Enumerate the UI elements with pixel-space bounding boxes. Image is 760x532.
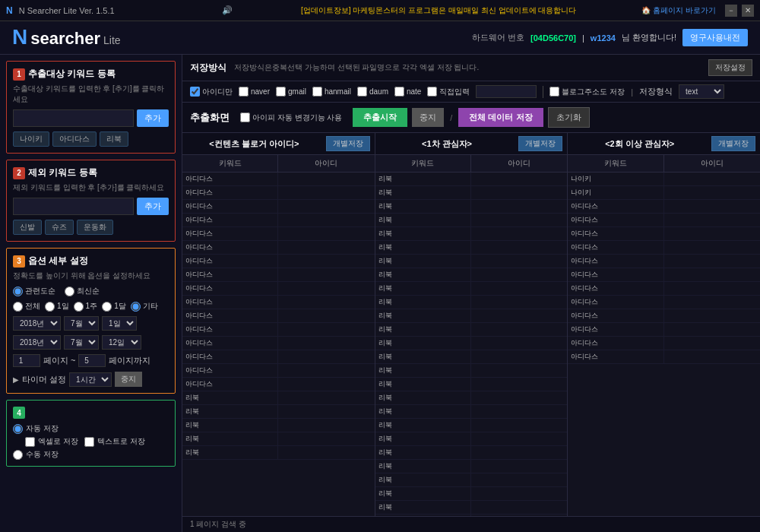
period-custom[interactable]: 기타 [131, 301, 158, 312]
table-cell-keyword: 아디다스 [568, 255, 663, 268]
cb-daum[interactable]: daum [357, 87, 388, 97]
table-cell-keyword: 리북 [182, 405, 278, 418]
table-row: 나이키ma**** [568, 186, 760, 200]
cb-hanmail-input[interactable] [312, 87, 322, 97]
date-to-day[interactable]: 12일 [102, 335, 141, 350]
status-bar: 1 페이지 검색 중 [182, 516, 760, 532]
period-1day-radio[interactable] [45, 302, 55, 312]
section3-desc: 정확도를 높이기 위해 옵션을 설정하세요 [13, 271, 169, 281]
minimize-button[interactable]: － [725, 5, 737, 17]
keyword-tags: 나이키 아디다스 리북 [13, 131, 169, 147]
home-link[interactable]: 🏠 홈페이지 바로가기 [641, 5, 716, 16]
tag-shoes[interactable]: 신발 [13, 220, 42, 235]
auto-save-option[interactable]: 자동 저장 [13, 423, 169, 434]
table-cell-keyword: 리북 [375, 186, 471, 199]
table-cell-keyword: 아디다스 [568, 200, 663, 213]
table-cell-keyword: 리북 [375, 227, 471, 240]
tag-nike[interactable]: 나이키 [13, 131, 49, 147]
date-from-year[interactable]: 2018년 [13, 316, 61, 331]
sort-relevance-radio[interactable] [13, 287, 23, 296]
excel-save-option[interactable]: 엑셀로 저장 [25, 436, 78, 447]
table-cell-keyword: 아디다스 [182, 214, 278, 226]
init-button[interactable]: 초기화 [548, 107, 590, 128]
format-select[interactable]: text xlsx [679, 84, 724, 99]
cb-idonly[interactable]: 아이디만 [190, 87, 233, 97]
exclude-keyword-section: 2 제외 키워드 등록 제외 키워드를 입력한 후 [추가]를 클릭하세요 추가… [6, 160, 176, 242]
cb-idonly-input[interactable] [190, 87, 200, 97]
cb-nate[interactable]: nate [394, 87, 421, 97]
panel2-col1-header: 키워드 [375, 155, 471, 172]
date-to-year[interactable]: 2018년 [13, 335, 61, 350]
table-cell-keyword: 리북 [182, 432, 278, 445]
cb-direct[interactable]: 직접입력 [427, 87, 470, 97]
tag-adidas[interactable]: 아디다스 [52, 131, 97, 147]
timer-select[interactable]: 1시간 30분 2시간 [69, 372, 112, 387]
panel3-save-button[interactable]: 개별저장 [711, 136, 755, 151]
table-cell-keyword: 리북 [375, 241, 471, 254]
period-all-radio[interactable] [13, 302, 23, 312]
ip-auto-change-input[interactable] [240, 112, 250, 122]
table-cell-keyword: 리북 [182, 419, 278, 432]
cb-direct-input[interactable] [427, 87, 437, 97]
panel2-save-button[interactable]: 개별저장 [518, 136, 562, 151]
cb-blog-addr[interactable]: 블로그주소도 저장 [549, 87, 625, 97]
direct-input-field[interactable] [476, 85, 537, 98]
close-button[interactable]: ✕ [742, 5, 754, 17]
cb-hanmail[interactable]: hanmail [312, 87, 351, 97]
table-row: 아디다스**** [182, 268, 375, 282]
table-cell-keyword: 리북 [375, 350, 471, 363]
period-1month-radio[interactable] [102, 302, 112, 312]
timer-stop-button[interactable]: 중지 [115, 372, 142, 387]
table-cell-keyword: 아디다스 [568, 227, 663, 240]
exclude-input[interactable] [13, 198, 134, 215]
cb-nate-input[interactable] [394, 87, 404, 97]
date-from-day[interactable]: 1일 [102, 316, 137, 331]
storage-setting-button[interactable]: 저장설정 [708, 59, 752, 76]
sort-recent-radio[interactable] [65, 287, 74, 296]
tag-reebok[interactable]: 리북 [100, 131, 128, 147]
period-1week[interactable]: 1주 [74, 301, 98, 312]
cb-gmail[interactable]: gmail [276, 87, 306, 97]
cb-gmail-input[interactable] [276, 87, 286, 97]
exclude-add-button[interactable]: 추가 [137, 198, 169, 215]
tag-sneakers[interactable]: 슈즈 [45, 220, 74, 235]
table-cell-id: **** [278, 337, 374, 350]
table-row: 리북ks2**** [375, 255, 568, 268]
extract-start-button[interactable]: 추출시작 [353, 108, 407, 127]
ip-auto-change[interactable]: 아이피 자동 변경기능 사용 [240, 112, 342, 123]
section2-title: 2 제외 키워드 등록 [13, 166, 169, 179]
period-1month[interactable]: 1달 [102, 301, 126, 312]
panel1-save-button[interactable]: 개별저장 [326, 136, 370, 151]
tag-sports[interactable]: 운동화 [77, 220, 113, 235]
table-cell-id: m**** [278, 391, 374, 404]
text-save-option[interactable]: 텍스트로 저장 [84, 436, 145, 447]
table-cell-id: baek**** [471, 282, 567, 295]
sort-relevance[interactable]: 관련도순 [13, 286, 55, 296]
keyword-input[interactable] [13, 109, 134, 127]
text-save-checkbox[interactable] [84, 437, 94, 447]
cb-daum-input[interactable] [357, 87, 367, 97]
save-all-button[interactable]: 전체 데이터 저장 [458, 108, 543, 127]
table-cell-id: **** [278, 268, 374, 281]
manual-save-option[interactable]: 수동 저장 [13, 449, 169, 460]
period-custom-radio[interactable] [131, 302, 141, 312]
date-from-month[interactable]: 7월 [64, 316, 99, 331]
manual-save-radio[interactable] [13, 450, 23, 460]
period-1week-radio[interactable] [74, 302, 84, 312]
page-from-input[interactable] [13, 354, 40, 367]
excel-save-checkbox[interactable] [25, 437, 35, 447]
perm-button[interactable]: 영구사용내전 [682, 29, 748, 46]
auto-save-radio[interactable] [13, 424, 23, 434]
extract-stop-button[interactable]: 중지 [412, 108, 444, 127]
cb-naver-input[interactable] [239, 87, 249, 97]
period-1day[interactable]: 1일 [45, 301, 69, 312]
keyword-add-button[interactable]: 추가 [137, 109, 169, 127]
page-to-input[interactable] [78, 354, 106, 367]
cb-blog-addr-input[interactable] [549, 87, 559, 97]
period-all[interactable]: 전체 [13, 301, 40, 312]
cb-naver[interactable]: naver [239, 87, 270, 97]
sort-recent[interactable]: 최신순 [65, 286, 100, 296]
table-row: 아디다스desti**** [568, 214, 760, 227]
date-to-month[interactable]: 7월 [64, 335, 99, 350]
table-cell-id: ks2**** [471, 255, 567, 268]
